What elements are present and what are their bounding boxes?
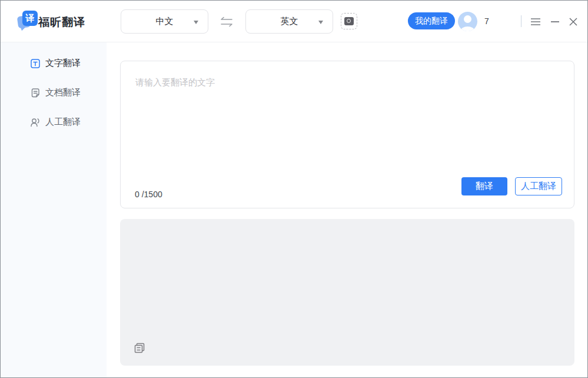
camera-lens — [344, 17, 354, 25]
text-translate-icon — [30, 58, 41, 69]
document-translate-icon — [30, 88, 41, 98]
source-text-input[interactable] — [121, 62, 573, 162]
avatar-shoulders — [461, 26, 474, 31]
translation-output-panel — [120, 219, 574, 366]
char-limit: /1500 — [142, 190, 162, 199]
char-counter: 0 /1500 — [135, 190, 162, 199]
sidebar-item-label: 文字翻译 — [45, 58, 81, 69]
minimize-icon[interactable] — [549, 16, 561, 28]
app-window: 译 福昕翻译 中文 英文 我的翻译 7 — [0, 0, 588, 378]
copy-icon[interactable] — [133, 341, 146, 354]
app-title: 福昕翻译 — [38, 15, 85, 30]
header-divider — [521, 15, 521, 27]
close-icon[interactable] — [567, 16, 579, 28]
source-language-select[interactable]: 中文 — [121, 9, 208, 34]
human-translate-button[interactable]: 人工翻译 — [515, 177, 562, 195]
avatar-head — [464, 15, 471, 23]
main-content: 0 /1500 翻译 人工翻译 — [107, 42, 587, 377]
person-translate-icon — [30, 117, 41, 128]
translate-button[interactable]: 翻译 — [461, 177, 507, 195]
credit-count: 7 — [484, 16, 489, 26]
sidebar-item-label: 人工翻译 — [45, 117, 81, 128]
chevron-down-icon — [318, 21, 323, 24]
sidebar: 文字翻译 文档翻译 人工翻译 — [1, 42, 107, 377]
source-text-card: 0 /1500 翻译 人工翻译 — [120, 61, 574, 208]
source-language-value: 中文 — [156, 16, 174, 27]
screenshot-translate-icon[interactable] — [341, 13, 357, 29]
sidebar-item-text-translate[interactable]: 文字翻译 — [1, 55, 107, 72]
sidebar-item-human-translate[interactable]: 人工翻译 — [1, 114, 107, 131]
app-logo-icon: 译 — [18, 11, 39, 33]
header-bar: 译 福昕翻译 中文 英文 我的翻译 7 — [1, 1, 587, 42]
sidebar-item-label: 文档翻译 — [45, 87, 81, 98]
target-language-value: 英文 — [281, 16, 298, 27]
action-buttons: 翻译 人工翻译 — [461, 177, 562, 195]
user-avatar[interactable] — [458, 12, 477, 31]
swap-languages-icon[interactable] — [219, 16, 234, 27]
char-count: 0 — [135, 190, 139, 199]
sidebar-item-document-translate[interactable]: 文档翻译 — [1, 84, 107, 101]
chevron-down-icon — [194, 21, 198, 24]
my-translations-button[interactable]: 我的翻译 — [408, 12, 455, 29]
logo-bubble-front: 译 — [22, 11, 38, 26]
hamburger-menu-icon[interactable] — [530, 16, 542, 28]
target-language-select[interactable]: 英文 — [245, 9, 333, 34]
